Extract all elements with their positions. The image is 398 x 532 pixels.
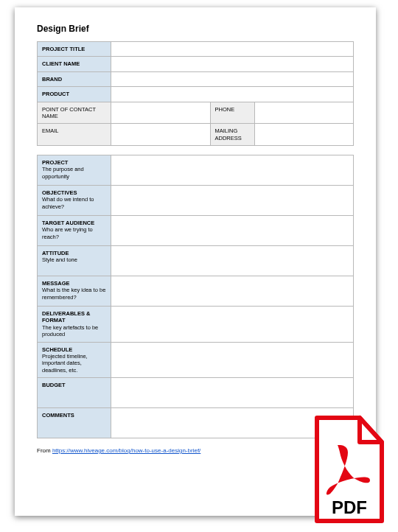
footer-link[interactable]: https://www.hiveage.com/blog/how-to-use-… bbox=[52, 447, 200, 454]
value-budget bbox=[111, 378, 354, 408]
label-comments: COMMENTS bbox=[38, 408, 111, 438]
row-message: MESSAGE What is the key idea to be remem… bbox=[38, 276, 354, 307]
value-brand bbox=[111, 71, 354, 86]
label-budget: BUDGET bbox=[38, 378, 111, 408]
row-target: TARGET AUDIENCE Who are we trying to rea… bbox=[38, 216, 354, 246]
value-client-name bbox=[111, 57, 354, 71]
page-title: Design Brief bbox=[37, 24, 354, 34]
row-brand: BRAND bbox=[38, 71, 354, 86]
row-deliverables: DELIVERABLES & FORMAT The key artefacts … bbox=[38, 307, 354, 343]
label-brand: BRAND bbox=[38, 71, 111, 86]
value-project-title bbox=[111, 42, 354, 57]
value-deliverables bbox=[111, 307, 354, 343]
row-schedule: SCHEDULE Projected timeline, important d… bbox=[38, 342, 354, 378]
label-project: PROJECT The purpose and opportunity bbox=[38, 155, 111, 186]
pdf-icon: PDF bbox=[302, 414, 391, 525]
label-attitude: ATTITUDE Style and tone bbox=[38, 246, 111, 276]
label-objectives: OBJECTIVES What do we intend to achieve? bbox=[38, 186, 111, 216]
row-attitude: ATTITUDE Style and tone bbox=[38, 246, 354, 276]
value-message bbox=[111, 276, 354, 307]
value-phone bbox=[254, 102, 354, 124]
value-target bbox=[111, 216, 354, 246]
footer-prefix: From bbox=[37, 447, 52, 454]
row-poc-phone: POINT OF CONTACT NAME PHONE bbox=[38, 102, 354, 124]
value-attitude bbox=[111, 246, 354, 276]
value-project bbox=[111, 155, 354, 186]
value-mailing bbox=[254, 124, 354, 146]
label-poc: POINT OF CONTACT NAME bbox=[38, 102, 111, 124]
label-product: PRODUCT bbox=[38, 87, 111, 102]
value-schedule bbox=[111, 342, 354, 378]
label-schedule: SCHEDULE Projected timeline, important d… bbox=[38, 342, 111, 378]
value-email bbox=[111, 124, 211, 146]
label-deliverables: DELIVERABLES & FORMAT The key artefacts … bbox=[38, 307, 111, 343]
label-message: MESSAGE What is the key idea to be remem… bbox=[38, 276, 111, 307]
row-budget: BUDGET bbox=[38, 378, 354, 408]
row-objectives: OBJECTIVES What do we intend to achieve? bbox=[38, 186, 354, 216]
label-client-name: CLIENT NAME bbox=[38, 57, 111, 71]
row-client-name: CLIENT NAME bbox=[38, 57, 354, 71]
label-email: EMAIL bbox=[38, 124, 111, 146]
label-phone: PHONE bbox=[210, 102, 254, 124]
value-objectives bbox=[111, 186, 354, 216]
row-project: PROJECT The purpose and opportunity bbox=[38, 155, 354, 186]
row-email-mailing: EMAIL MAILING ADDRESS bbox=[38, 124, 354, 146]
value-product bbox=[111, 87, 354, 102]
sections-table: PROJECT The purpose and opportunity OBJE… bbox=[37, 155, 354, 438]
row-project-title: PROJECT TITLE bbox=[38, 42, 354, 57]
row-product: PRODUCT bbox=[38, 87, 354, 102]
label-mailing: MAILING ADDRESS bbox=[210, 124, 254, 146]
header-table: PROJECT TITLE CLIENT NAME BRAND PRODUCT … bbox=[37, 41, 354, 146]
label-project-title: PROJECT TITLE bbox=[38, 42, 111, 57]
pdf-label: PDF bbox=[332, 497, 367, 517]
value-poc bbox=[111, 102, 211, 124]
label-target: TARGET AUDIENCE Who are we trying to rea… bbox=[38, 216, 111, 246]
